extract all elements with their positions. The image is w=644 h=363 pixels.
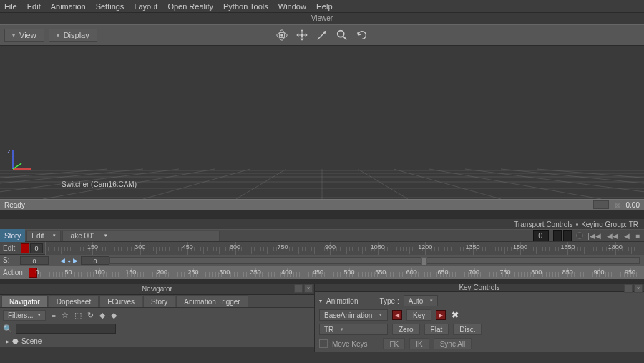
animation-label: Animation: [326, 297, 358, 305]
svg-line-23: [465, 169, 644, 199]
menu-window[interactable]: Window: [278, 2, 306, 11]
key-controls-header: Key Controls –×: [315, 284, 644, 292]
svg-line-25: [501, 169, 644, 199]
type-label: Type :: [379, 297, 399, 305]
tab-animation-trigger[interactable]: Animation Trigger: [176, 295, 248, 307]
slider-label: S:: [0, 256, 20, 264]
prev-key-button[interactable]: ◀: [392, 310, 402, 320]
rewind-button[interactable]: ◀◀: [607, 232, 618, 240]
loupe-icon[interactable]: [336, 29, 348, 42]
svg-point-4: [338, 31, 344, 37]
action-timeline[interactable]: Action 050100150200250300350400450500550…: [0, 266, 644, 279]
zero-button[interactable]: Zero: [392, 324, 420, 335]
next-icon[interactable]: ◆: [111, 311, 117, 320]
filters-button[interactable]: Filters...▾: [3, 310, 46, 321]
tr-dropdown[interactable]: TR▾: [319, 324, 388, 335]
scene-icon: ⬣: [12, 337, 19, 345]
menu-settings[interactable]: Settings: [96, 2, 125, 11]
tab-story[interactable]: Story: [143, 295, 175, 307]
range-track[interactable]: [109, 257, 640, 264]
cube-filter-icon[interactable]: ⬚: [74, 311, 82, 320]
svg-line-22: [0, 169, 179, 199]
navigator-panel-header: Navigator –×: [0, 284, 314, 295]
key-button[interactable]: Key: [406, 309, 431, 321]
take-dropdown[interactable]: Take 001▾: [62, 231, 220, 241]
ik-button[interactable]: IK: [409, 338, 429, 349]
undo-view-icon[interactable]: [356, 29, 369, 42]
keyctrl-min-icon[interactable]: –: [624, 284, 633, 293]
action-timeline-label: Action: [0, 268, 29, 276]
story-tab[interactable]: Story: [0, 229, 25, 242]
flat-button[interactable]: Flat: [424, 324, 449, 335]
svg-line-26: [0, 169, 107, 199]
status-value: 0.00: [626, 201, 640, 209]
svg-line-27: [537, 169, 644, 199]
edit-mode-dropdown[interactable]: Edit▾: [26, 231, 60, 241]
svg-point-2: [280, 34, 283, 37]
tc-cell-1[interactable]: [553, 230, 562, 241]
layer-dropdown[interactable]: BaseAnimation▾: [319, 309, 388, 321]
record-button[interactable]: [576, 232, 583, 239]
view-dropdown[interactable]: ▾View: [4, 29, 44, 42]
tab-fcurves[interactable]: FCurves: [99, 295, 142, 307]
search-input[interactable]: [16, 324, 116, 334]
next-key-button[interactable]: ▶: [436, 310, 446, 320]
type-dropdown[interactable]: Auto▾: [404, 295, 439, 306]
range-handle[interactable]: [421, 257, 427, 266]
dolly-icon[interactable]: [316, 29, 328, 42]
keyctrl-close-icon[interactable]: ×: [634, 284, 643, 293]
disc-button[interactable]: Disc.: [453, 324, 482, 335]
menu-edit[interactable]: Edit: [27, 2, 41, 11]
stop-button[interactable]: ■: [635, 232, 640, 240]
svg-line-16: [143, 169, 250, 199]
fk-button[interactable]: FK: [383, 338, 405, 349]
search-icon: 🔍: [3, 324, 13, 334]
play-back-button[interactable]: ◀: [624, 232, 630, 240]
edit-start-handle[interactable]: [21, 243, 29, 253]
lower-panels: Navigator –× Navigator Dopesheet FCurves…: [0, 284, 644, 352]
svg-line-21: [429, 169, 601, 199]
pan-icon[interactable]: [296, 29, 308, 42]
edit-timeline[interactable]: Edit 0 150300450600750900105012001350150…: [0, 242, 644, 255]
tab-dopesheet[interactable]: Dopesheet: [49, 295, 99, 307]
list-view-icon[interactable]: ≡: [52, 311, 56, 319]
orbit-icon[interactable]: [275, 29, 288, 42]
status-box[interactable]: [593, 200, 609, 209]
ground-grid: [0, 149, 644, 199]
status-text: Ready: [4, 201, 25, 209]
menu-python-tools[interactable]: Python Tools: [223, 2, 268, 11]
sync-button[interactable]: Sync All: [434, 338, 472, 349]
slider-mode-icons[interactable]: ◀⬥▶: [60, 257, 78, 264]
edit-start-frame[interactable]: 0: [30, 243, 43, 253]
display-dropdown[interactable]: ▾Display: [49, 29, 97, 42]
navigator-tabs: Navigator Dopesheet FCurves Story Animat…: [0, 295, 314, 308]
svg-rect-3: [301, 34, 303, 37]
menu-open-reality[interactable]: Open Reality: [167, 2, 213, 11]
tree-root-row[interactable]: ▸ ⬣ Scene: [0, 335, 314, 347]
svg-line-19: [394, 169, 501, 199]
prev-icon[interactable]: ◆: [99, 311, 105, 320]
goto-start-button[interactable]: |◀◀: [587, 232, 601, 240]
tab-navigator[interactable]: Navigator: [1, 295, 48, 307]
tc-cell-2[interactable]: [563, 230, 572, 241]
transport-header: Transport Controls•Keying Group: TR: [0, 219, 644, 229]
menu-layout[interactable]: Layout: [134, 2, 157, 11]
svg-line-18: [358, 169, 408, 199]
menu-animation[interactable]: Animation: [51, 2, 86, 11]
navigator-close-icon[interactable]: ×: [304, 284, 313, 293]
star-filter-icon[interactable]: ☆: [62, 311, 69, 320]
key-controls-panel: Key Controls –× ▾ Animation Type : Auto▾…: [315, 284, 644, 352]
menu-help[interactable]: Help: [316, 2, 333, 11]
refresh-icon[interactable]: ↻: [87, 311, 94, 320]
delete-key-button[interactable]: ✖: [450, 310, 460, 320]
svg-line-20: [43, 169, 215, 199]
slider-left-value[interactable]: 0: [20, 256, 49, 265]
expand-icon[interactable]: ▸: [6, 337, 9, 345]
slider-right-value[interactable]: 0: [81, 256, 109, 265]
move-keys-label[interactable]: Move Keys: [332, 340, 367, 348]
menu-file[interactable]: File: [4, 2, 17, 11]
svg-line-24: [0, 169, 143, 199]
navigator-min-icon[interactable]: –: [294, 284, 303, 293]
viewport-3d[interactable]: Z Switcher (Cam16:CAM): [0, 46, 644, 199]
timecode-display[interactable]: 0: [533, 230, 549, 241]
